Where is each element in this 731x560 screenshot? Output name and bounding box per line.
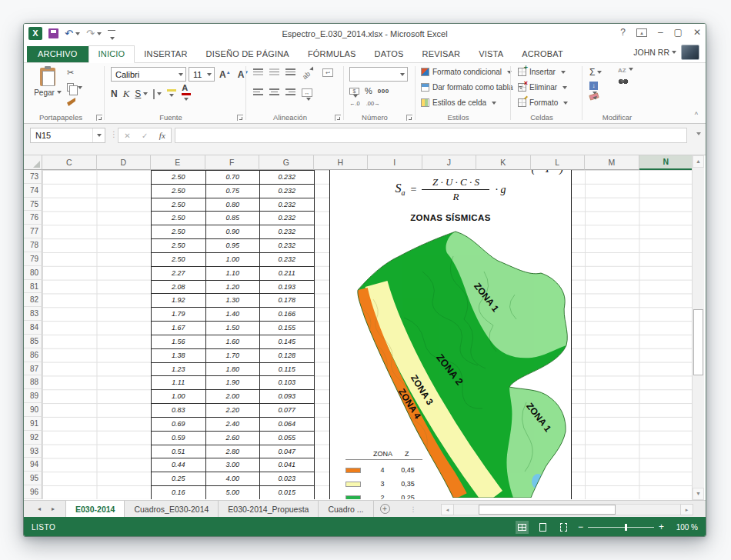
table-cell-e[interactable]: 0.83 (152, 404, 206, 418)
tab-vista[interactable]: VISTA (469, 46, 512, 62)
column-header-e[interactable]: E (151, 155, 205, 170)
undo-icon[interactable]: ↶ (65, 28, 80, 38)
align-bottom-button[interactable] (285, 68, 295, 77)
table-cell-e[interactable]: 2.50 (152, 198, 206, 212)
table-cell-e[interactable]: 2.50 (152, 225, 206, 239)
increase-font-button[interactable]: A▲ (217, 69, 233, 80)
table-cell-e[interactable]: 2.50 (152, 171, 206, 185)
table-cell-g[interactable]: 0.232 (260, 239, 315, 253)
row-header[interactable]: 75 (24, 198, 42, 212)
table-cell-g[interactable]: 0.128 (260, 349, 315, 363)
table-cell-f[interactable]: 1.00 (206, 253, 261, 267)
tab-formulas[interactable]: FÓRMULAS (299, 46, 366, 62)
table-cell-f[interactable]: 1.20 (206, 281, 261, 295)
table-cell-f[interactable]: 2.80 (206, 445, 261, 459)
font-dialog-launcher-icon[interactable] (237, 115, 243, 121)
column-header-i[interactable]: I (368, 155, 422, 170)
cancel-entry-icon[interactable]: ✕ (124, 132, 130, 140)
table-cell-f[interactable]: 0.80 (206, 198, 261, 212)
sheet-cells-area[interactable]: 2.50 0.70 0.232 2.50 0.75 0.232 2.50 0.8… (42, 170, 693, 499)
minimize-button[interactable]: – (658, 27, 663, 38)
insert-function-icon[interactable]: fx (159, 131, 165, 140)
copy-button[interactable] (67, 82, 82, 93)
number-format-combobox[interactable] (349, 67, 408, 82)
number-dialog-launcher-icon[interactable] (406, 115, 412, 121)
sheet-tab-e030-2014[interactable]: E030-2014 (65, 501, 125, 517)
table-cell-f[interactable]: 2.60 (206, 432, 261, 445)
row-header[interactable]: 78 (24, 238, 42, 252)
tab-insertar[interactable]: INSERTAR (135, 46, 196, 62)
insert-cells-button[interactable]: Insertar (518, 68, 566, 76)
table-cell-f[interactable]: 1.10 (206, 267, 261, 281)
table-cell-g[interactable]: 0.232 (260, 185, 315, 198)
row-header[interactable]: 74 (24, 184, 42, 198)
table-cell-g[interactable]: 0.232 (260, 198, 315, 212)
table-cell-g[interactable]: 0.178 (260, 294, 315, 308)
tab-inicio[interactable]: INICIO (88, 45, 135, 63)
table-cell-f[interactable]: 1.60 (206, 335, 261, 349)
row-header[interactable]: 96 (24, 485, 42, 499)
select-all-corner[interactable] (24, 155, 42, 170)
merge-center-button[interactable]: ↔ (302, 88, 312, 97)
sheet-tab-cuadros-e030-2014[interactable]: Cuadros_E030-2014 (125, 501, 219, 517)
format-cells-button[interactable]: Formato (518, 98, 568, 107)
table-cell-g[interactable]: 0.232 (260, 253, 315, 267)
table-cell-e[interactable]: 1.11 (152, 376, 206, 390)
prev-sheet-icon[interactable]: ◂ (38, 505, 41, 512)
table-cell-g[interactable]: 0.015 (260, 486, 315, 499)
zoom-slider[interactable] (588, 527, 654, 528)
maximize-button[interactable]: ▢ (674, 27, 683, 38)
zoom-slider-thumb[interactable] (625, 524, 627, 531)
row-header[interactable]: 94 (24, 458, 42, 472)
name-box[interactable]: N15 (30, 128, 105, 143)
table-cell-g[interactable]: 0.193 (260, 281, 315, 295)
scroll-left-icon[interactable]: ◂ (441, 504, 454, 515)
zoom-out-icon[interactable]: − (578, 523, 583, 531)
scroll-down-icon[interactable]: ▼ (693, 488, 704, 500)
confirm-entry-icon[interactable]: ✓ (142, 132, 148, 140)
row-header[interactable]: 95 (24, 472, 42, 485)
table-cell-e[interactable]: 0.59 (152, 432, 206, 445)
collapse-ribbon-icon[interactable]: ^ (695, 111, 698, 118)
row-header[interactable]: 88 (24, 375, 42, 389)
cut-button[interactable]: ✂ (67, 67, 82, 78)
horizontal-scroll-track[interactable] (454, 504, 680, 515)
table-cell-g[interactable]: 0.055 (260, 432, 315, 445)
autosum-button[interactable]: Σ (589, 67, 602, 78)
thousands-button[interactable]: 000 (378, 88, 389, 95)
conditional-format-button[interactable]: Formato condicional (421, 68, 512, 76)
table-cell-f[interactable]: 5.00 (206, 486, 261, 499)
row-header[interactable]: 93 (24, 445, 42, 458)
table-cell-f[interactable]: 4.00 (206, 472, 261, 486)
table-cell-f[interactable]: 1.40 (206, 308, 261, 322)
fill-button[interactable]: ↓ (589, 82, 598, 90)
row-header[interactable]: 82 (24, 293, 42, 307)
orientation-button[interactable]: ab (301, 65, 317, 81)
table-cell-g[interactable]: 0.077 (260, 404, 315, 418)
save-icon[interactable] (48, 28, 58, 38)
row-header[interactable]: 92 (24, 431, 42, 445)
align-right-button[interactable] (285, 88, 295, 97)
format-painter-button[interactable] (67, 96, 82, 108)
align-top-button[interactable] (253, 68, 263, 77)
excel-app-icon[interactable]: X (28, 27, 42, 40)
row-header[interactable]: 89 (24, 389, 42, 403)
table-cell-g[interactable]: 0.041 (260, 458, 315, 472)
row-header[interactable]: 79 (24, 252, 42, 266)
account-menu[interactable]: JOHN RR (633, 45, 699, 60)
redo-icon[interactable]: ↷ (86, 28, 102, 38)
table-cell-f[interactable]: 1.30 (206, 294, 261, 308)
bold-button[interactable]: N (111, 88, 118, 99)
scroll-up-icon[interactable]: ▲ (693, 155, 704, 168)
formula-input[interactable] (175, 128, 687, 143)
scroll-right-icon[interactable]: ▸ (680, 504, 693, 515)
table-cell-g[interactable]: 0.232 (260, 212, 315, 225)
table-cell-f[interactable]: 1.70 (206, 349, 261, 363)
table-cell-e[interactable]: 2.50 (152, 239, 206, 253)
table-cell-e[interactable]: 1.38 (152, 349, 206, 363)
percent-button[interactable]: % (365, 86, 372, 95)
align-center-button[interactable] (269, 88, 279, 97)
table-cell-e[interactable]: 2.50 (152, 253, 206, 267)
fill-color-button[interactable] (167, 88, 176, 100)
font-name-combobox[interactable]: Calibri (111, 67, 186, 82)
